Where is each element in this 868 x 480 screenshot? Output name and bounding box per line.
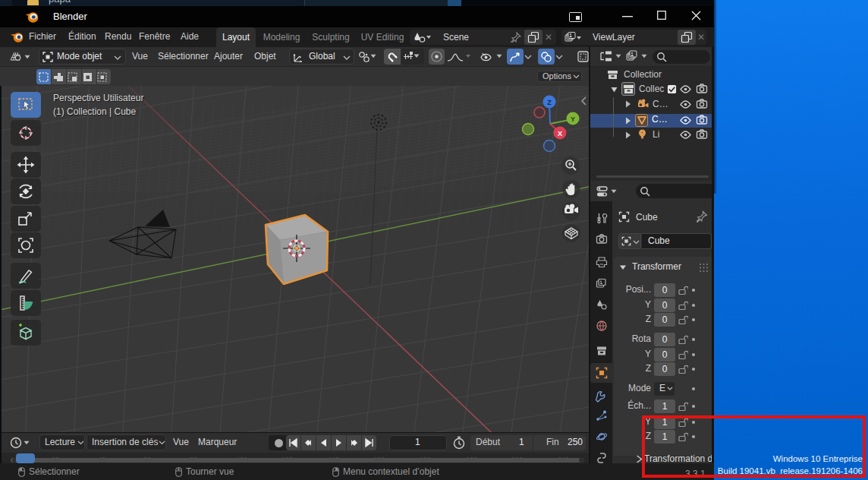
svg-text:Y: Y	[571, 115, 575, 123]
svg-text:X: X	[558, 130, 562, 137]
svg-text:Z: Z	[547, 99, 552, 106]
